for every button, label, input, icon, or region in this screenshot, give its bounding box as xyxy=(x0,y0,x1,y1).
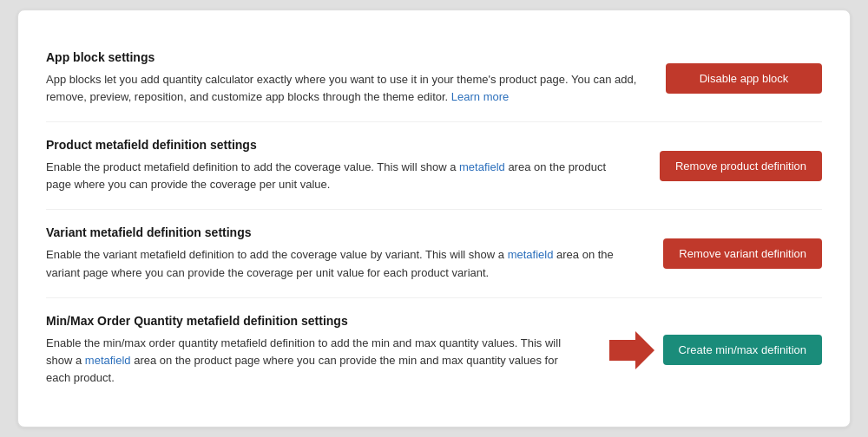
remove-variant-definition-button[interactable]: Remove variant definition xyxy=(663,238,822,269)
product-metafield-content: Product metafield definition settings En… xyxy=(46,138,660,193)
product-metafield-desc-before: Enable the product metafield definition … xyxy=(46,160,456,173)
app-block-learn-more-link[interactable]: Learn more xyxy=(451,90,509,103)
variant-metafield-action: Remove variant definition xyxy=(663,238,822,269)
product-metafield-link[interactable]: metafield xyxy=(459,160,505,173)
variant-metafield-link[interactable]: metafield xyxy=(508,248,554,261)
app-block-desc-text: App blocks let you add quantity calculat… xyxy=(46,73,636,103)
remove-product-definition-button[interactable]: Remove product definition xyxy=(660,151,822,181)
product-metafield-desc: Enable the product metafield definition … xyxy=(46,159,632,193)
product-metafield-title: Product metafield definition settings xyxy=(46,138,632,152)
svg-marker-0 xyxy=(609,331,654,369)
create-minmax-definition-button[interactable]: Create min/max definition xyxy=(663,335,822,365)
app-block-title: App block settings xyxy=(46,50,638,64)
minmax-metafield-title: Min/Max Order Quantity metafield definit… xyxy=(46,314,582,328)
minmax-metafield-desc: Enable the min/max order quantity metafi… xyxy=(46,335,582,387)
variant-metafield-desc-before: Enable the variant metafield definition … xyxy=(46,248,504,261)
variant-metafield-title: Variant metafield definition settings xyxy=(46,225,635,239)
disable-app-block-button[interactable]: Disable app block xyxy=(666,63,822,94)
product-metafield-action: Remove product definition xyxy=(660,151,822,181)
variant-metafield-section: Variant metafield definition settings En… xyxy=(46,210,822,297)
app-block-section: App block settings App blocks let you ad… xyxy=(46,35,822,122)
app-block-action: Disable app block xyxy=(666,63,822,94)
app-block-content: App block settings App blocks let you ad… xyxy=(46,50,666,106)
arrow-right-icon xyxy=(609,331,654,369)
product-metafield-section: Product metafield definition settings En… xyxy=(46,122,822,210)
minmax-metafield-section: Min/Max Order Quantity metafield definit… xyxy=(46,298,822,402)
variant-metafield-content: Variant metafield definition settings En… xyxy=(46,225,663,281)
minmax-metafield-link[interactable]: metafield xyxy=(85,354,131,367)
minmax-metafield-action: Create min/max definition xyxy=(609,331,822,369)
minmax-metafield-content: Min/Max Order Quantity metafield definit… xyxy=(46,314,609,387)
variant-metafield-desc: Enable the variant metafield definition … xyxy=(46,246,635,281)
settings-card: App block settings App blocks let you ad… xyxy=(17,10,851,427)
app-block-desc: App blocks let you add quantity calculat… xyxy=(46,71,638,106)
